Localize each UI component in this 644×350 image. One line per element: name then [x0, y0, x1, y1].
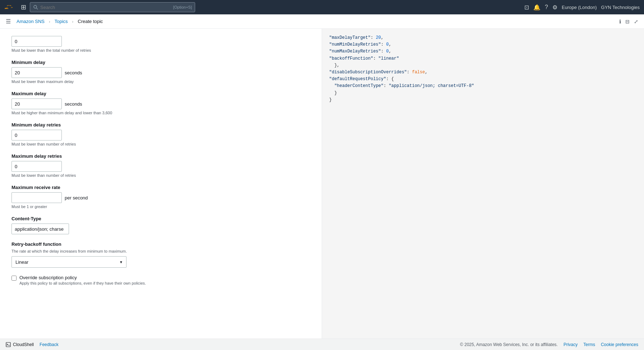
feedback-button[interactable]: Feedback	[40, 342, 59, 347]
help-icon[interactable]: ?	[545, 4, 548, 10]
override-policy-group: Override subscription policy Apply this …	[12, 275, 310, 285]
code-line-5: },	[329, 62, 637, 69]
aws-logo: aws	[4, 4, 16, 11]
terminal-icon	[6, 342, 11, 347]
minimum-delay-retries-label: Minimum delay retries	[12, 122, 310, 128]
minimum-delay-group: Minimum delay seconds Must be lower than…	[12, 60, 310, 84]
maximum-delay-unit: seconds	[65, 101, 82, 107]
fullscreen-icon[interactable]: ⤢	[634, 19, 638, 24]
override-policy-label: Override subscription policy	[19, 275, 146, 280]
minimum-delay-retries-group: Minimum delay retries Must be lower than…	[12, 122, 310, 146]
svg-point-1	[34, 5, 37, 8]
top-nav-right: ⊡ 🔔 ? ⚙ Europe (London) GYN Technologies	[524, 4, 640, 11]
region-selector[interactable]: Europe (London)	[562, 5, 597, 10]
footer-right: © 2025, Amazon Web Services, Inc. or its…	[460, 342, 638, 347]
minimum-delay-retries-hint: Must be lower than number of retries	[12, 142, 310, 146]
sub-navigation: ☰ Amazon SNS › Topics › Create topic ℹ ⊟…	[0, 14, 644, 29]
form-panel: Must be lower than the total number of r…	[0, 29, 322, 339]
settings-icon[interactable]: ⚙	[552, 4, 557, 11]
account-selector[interactable]: GYN Technologies	[601, 5, 640, 10]
privacy-link[interactable]: Privacy	[564, 342, 578, 347]
terms-link[interactable]: Terms	[583, 342, 595, 347]
minimum-delay-hint: Must be lower than maximum delay	[12, 79, 310, 84]
breadcrumb-parent[interactable]: Topics	[55, 19, 68, 24]
cloudshell-button[interactable]: CloudShell	[6, 342, 34, 347]
content-type-input[interactable]	[12, 224, 69, 234]
maximum-delay-input[interactable]	[12, 98, 62, 109]
code-line-8: "headerContentType": "application/json; …	[329, 83, 637, 89]
info-icon[interactable]: ℹ	[619, 19, 621, 24]
svg-text:aws: aws	[5, 7, 8, 9]
code-line-1: "maxDelayTarget": 20,	[329, 34, 637, 41]
maximum-delay-label: Maximum delay	[12, 91, 310, 96]
minimum-delay-input[interactable]	[12, 67, 62, 78]
console-icon[interactable]: ⊡	[524, 4, 529, 11]
maximum-delay-retries-input[interactable]	[12, 161, 62, 172]
code-line-3: "numMaxDelayRetries": 0,	[329, 48, 637, 55]
content-type-label: Content-Type	[12, 216, 310, 221]
svg-line-2	[37, 8, 38, 10]
maximum-delay-retries-label: Maximum delay retries	[12, 153, 310, 159]
minimum-delay-retries-input[interactable]	[12, 130, 62, 141]
pre-retry-count-input[interactable]	[12, 36, 62, 47]
search-input[interactable]	[40, 5, 173, 10]
breadcrumb-sep-1: ›	[49, 19, 50, 24]
retry-backoff-group: Retry-backoff function The rate at which…	[12, 241, 310, 268]
menu-icon[interactable]: ☰	[6, 18, 11, 25]
breadcrumb-current: Create topic	[78, 19, 103, 24]
retry-backoff-label: Retry-backoff function	[12, 241, 310, 247]
override-policy-hint: Apply this policy to all subscriptions, …	[19, 281, 146, 285]
maximum-delay-retries-group: Maximum delay retries Must be lower than…	[12, 153, 310, 178]
override-policy-checkbox[interactable]	[12, 276, 17, 281]
maximum-receive-rate-input[interactable]	[12, 192, 62, 203]
sub-nav-actions: ℹ ⊟ ⤢	[619, 19, 638, 24]
code-line-10: }	[329, 97, 637, 103]
top-navigation: aws ⊞ [Option+S] ⊡ 🔔 ? ⚙ Europe (London)…	[0, 0, 644, 14]
cookie-link[interactable]: Cookie preferences	[601, 342, 638, 347]
breadcrumb-service[interactable]: Amazon SNS	[17, 19, 45, 24]
main-container: Must be lower than the total number of r…	[0, 29, 644, 339]
code-line-4: "backoffFunction": "linear"	[329, 55, 637, 62]
code-line-9: }	[329, 90, 637, 97]
maximum-receive-rate-group: Maximum receive rate per second Must be …	[12, 185, 310, 209]
copyright-text: © 2025, Amazon Web Services, Inc. or its…	[460, 342, 558, 347]
code-line-6: "disableSubscriptionOverrides": false,	[329, 69, 637, 76]
expand-icon[interactable]: ⊟	[625, 19, 630, 24]
minimum-delay-label: Minimum delay	[12, 60, 310, 65]
pre-retry-count-group: Must be lower than the total number of r…	[12, 36, 310, 52]
search-bar[interactable]: [Option+S]	[30, 2, 195, 12]
maximum-delay-hint: Must be higher than minimum delay and lo…	[12, 111, 310, 115]
breadcrumb-sep-2: ›	[72, 19, 74, 24]
code-panel: "maxDelayTarget": 20, "numMinDelayRetrie…	[322, 29, 644, 339]
maximum-delay-retries-hint: Must be lower than number of retries	[12, 173, 310, 178]
grid-icon[interactable]: ⊞	[21, 3, 26, 11]
maximum-delay-group: Maximum delay seconds Must be higher tha…	[12, 91, 310, 115]
code-line-7: "defaultRequestPolicy": {	[329, 76, 637, 83]
minimum-delay-unit: seconds	[65, 70, 82, 75]
maximum-receive-rate-hint: Must be 1 or greater	[12, 204, 310, 209]
bell-icon[interactable]: 🔔	[533, 4, 540, 11]
content-type-group: Content-Type	[12, 216, 310, 234]
search-icon	[33, 5, 38, 10]
retry-backoff-select[interactable]: Linear Arithmetic Geometric Exponential	[12, 256, 126, 268]
maximum-receive-rate-label: Maximum receive rate	[12, 185, 310, 190]
code-line-2: "numMinDelayRetries": 0,	[329, 41, 637, 48]
footer: CloudShell Feedback © 2025, Amazon Web S…	[0, 339, 644, 350]
maximum-receive-rate-unit: per second	[65, 195, 88, 201]
retry-backoff-description: The rate at which the delay increases fr…	[12, 249, 310, 253]
retry-backoff-select-wrapper: Linear Arithmetic Geometric Exponential	[12, 256, 126, 268]
search-shortcut: [Option+S]	[173, 5, 192, 9]
pre-retry-count-hint: Must be lower than the total number of r…	[12, 48, 310, 52]
